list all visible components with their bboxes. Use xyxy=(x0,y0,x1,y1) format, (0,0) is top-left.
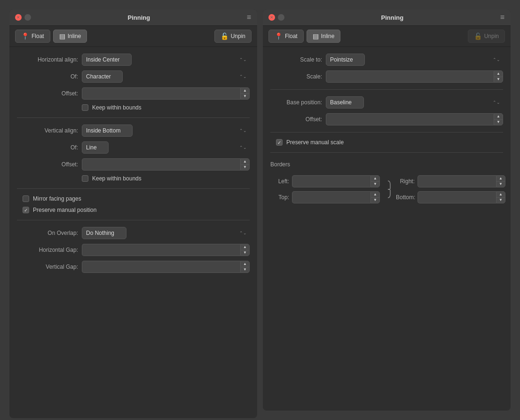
left-panel: ✕ Pinning ≡ 📍 Float ▤ Inline 🔓 Unpin Hor… xyxy=(9,9,257,418)
horizontal-gap-down[interactable]: ▼ xyxy=(241,250,249,256)
horizontal-align-select[interactable]: Inside Center xyxy=(82,54,132,66)
right-inline-button[interactable]: ▤ Inline xyxy=(307,30,341,43)
right-offset-up[interactable]: ▲ xyxy=(494,114,503,120)
right-unpin-label: Unpin xyxy=(484,33,499,39)
border-top-stepper-btns: ▲ ▼ xyxy=(370,191,380,203)
float-button[interactable]: 📍 Float xyxy=(15,30,50,43)
scale-down[interactable]: ▼ xyxy=(494,77,503,83)
preserve-checkmark-icon: ✓ xyxy=(277,140,281,145)
divider-3 xyxy=(17,220,250,220)
inline-icon: ▤ xyxy=(59,32,65,40)
v-offset-up[interactable]: ▲ xyxy=(241,159,249,165)
preserve-manual-scale-label: Preserve manual scale xyxy=(286,139,344,146)
h-of-row: Of: Character xyxy=(17,70,250,83)
border-top-input[interactable]: 0 % xyxy=(292,191,370,203)
vertical-gap-down[interactable]: ▼ xyxy=(241,267,249,273)
horizontal-align-select-wrapper: Inside Center xyxy=(82,54,250,66)
h-offset-row: Offset: 0.7 in ▲ ▼ xyxy=(17,87,250,100)
horizontal-gap-label: Horizontal Gap: xyxy=(17,247,78,253)
right-inline-icon: ▤ xyxy=(313,32,319,40)
h-of-select[interactable]: Character xyxy=(82,70,123,83)
scale-up[interactable]: ▲ xyxy=(494,71,503,77)
close-button[interactable]: ✕ xyxy=(15,14,22,21)
right-float-button[interactable]: 📍 Float xyxy=(268,30,304,43)
pin-icon: 📍 xyxy=(21,32,29,40)
right-inline-label: Inline xyxy=(321,33,335,39)
border-left-up[interactable]: ▲ xyxy=(371,176,379,182)
borders-right-bottom: Right: 0 % ▲ ▼ Bottom: 0 % xyxy=(396,175,505,203)
scale-input[interactable]: 104 % xyxy=(326,70,494,83)
h-offset-up[interactable]: ▲ xyxy=(241,88,249,94)
v-of-select[interactable]: Line xyxy=(82,141,109,154)
border-right-input[interactable]: 0 % xyxy=(418,175,496,187)
preserve-manual-position-checkbox[interactable]: ✓ xyxy=(23,207,29,213)
inline-button[interactable]: ▤ Inline xyxy=(53,30,87,43)
preserve-manual-scale-row: ✓ Preserve manual scale xyxy=(270,139,503,146)
scale-stepper: 104 % ▲ ▼ xyxy=(326,70,503,83)
mirror-facing-pages-checkbox[interactable] xyxy=(23,195,29,202)
border-right-label: Right: xyxy=(396,178,415,185)
right-toolbar: 📍 Float ▤ Inline 🔓 Unpin xyxy=(263,26,511,47)
border-right-up[interactable]: ▲ xyxy=(496,176,505,182)
horizontal-gap-stepper: 0 in ▲ ▼ xyxy=(82,244,250,256)
vertical-gap-input[interactable]: 0 in xyxy=(82,261,240,273)
vertical-align-select[interactable]: Inside Bottom xyxy=(82,124,133,137)
minimize-button[interactable] xyxy=(24,14,31,21)
vertical-gap-up[interactable]: ▲ xyxy=(241,261,249,267)
borders-link-icon[interactable] xyxy=(383,180,393,199)
scale-label: Scale: xyxy=(270,73,322,80)
right-divider-3 xyxy=(270,152,503,153)
right-offset-stepper: 0 % ▲ ▼ xyxy=(326,113,503,125)
right-offset-down[interactable]: ▼ xyxy=(494,120,503,125)
right-offset-row: Offset: 0 % ▲ ▼ xyxy=(270,113,503,125)
right-close-button[interactable]: ✕ xyxy=(268,14,275,21)
on-overlap-select[interactable]: Do Nothing xyxy=(82,227,126,239)
border-bottom-row: Bottom: 0 % ▲ ▼ xyxy=(396,191,505,203)
base-position-label: Base position: xyxy=(270,99,322,106)
unpin-icon: 🔓 xyxy=(221,32,228,40)
right-minimize-button[interactable] xyxy=(278,14,284,21)
base-position-select[interactable]: Baseline xyxy=(326,96,364,109)
border-bottom-up[interactable]: ▲ xyxy=(496,192,505,198)
border-bottom-stepper: 0 % ▲ ▼ xyxy=(418,191,505,203)
border-left-stepper: 0 % ▲ ▼ xyxy=(292,175,380,187)
v-of-select-wrapper: Line xyxy=(82,141,250,154)
border-left-down[interactable]: ▼ xyxy=(371,182,379,187)
h-offset-input[interactable]: 0.7 in xyxy=(82,87,240,100)
vertical-gap-label: Vertical Gap: xyxy=(17,264,78,270)
preserve-manual-position-label: Preserve manual position xyxy=(33,207,96,213)
border-right-row: Right: 0 % ▲ ▼ xyxy=(396,175,505,187)
left-panel-title: Pinning xyxy=(35,14,243,21)
horizontal-gap-row: Horizontal Gap: 0 in ▲ ▼ xyxy=(17,244,250,256)
right-offset-input[interactable]: 0 % xyxy=(326,113,494,125)
horizontal-gap-up[interactable]: ▲ xyxy=(241,244,249,250)
scale-to-label: Scale to: xyxy=(270,56,322,63)
scale-to-select[interactable]: Pointsize xyxy=(326,54,365,66)
preserve-manual-scale-checkbox[interactable]: ✓ xyxy=(276,139,283,146)
borders-title: Borders xyxy=(270,159,503,169)
vertical-gap-stepper-btns: ▲ ▼ xyxy=(240,261,250,273)
unpin-button[interactable]: 🔓 Unpin xyxy=(214,30,252,43)
horizontal-gap-stepper-btns: ▲ ▼ xyxy=(240,244,250,256)
border-top-down[interactable]: ▼ xyxy=(371,198,379,203)
border-bottom-input[interactable]: 0 % xyxy=(418,191,496,203)
divider-1 xyxy=(17,117,250,118)
horizontal-gap-input[interactable]: 0 in xyxy=(82,244,240,256)
border-right-down[interactable]: ▼ xyxy=(496,182,505,187)
border-left-input[interactable]: 0 % xyxy=(292,175,370,187)
v-offset-input[interactable]: -0.75 in xyxy=(82,158,240,171)
right-offset-stepper-btns: ▲ ▼ xyxy=(494,113,503,125)
horizontal-align-label: Horizontal align: xyxy=(17,56,78,63)
border-left-stepper-btns: ▲ ▼ xyxy=(370,175,380,187)
border-bottom-down[interactable]: ▼ xyxy=(496,198,505,203)
h-offset-down[interactable]: ▼ xyxy=(241,94,249,100)
keep-within-bounds-2-checkbox[interactable] xyxy=(82,175,88,182)
right-menu-icon[interactable]: ≡ xyxy=(500,13,505,22)
keep-within-bounds-1-checkbox[interactable] xyxy=(82,104,88,111)
scale-stepper-btns: ▲ ▼ xyxy=(494,70,503,83)
v-of-label: Of: xyxy=(17,144,78,151)
v-offset-down[interactable]: ▼ xyxy=(241,165,249,171)
left-menu-icon[interactable]: ≡ xyxy=(247,13,252,22)
preserve-manual-position-row: ✓ Preserve manual position xyxy=(17,207,250,213)
border-top-up[interactable]: ▲ xyxy=(371,192,379,198)
